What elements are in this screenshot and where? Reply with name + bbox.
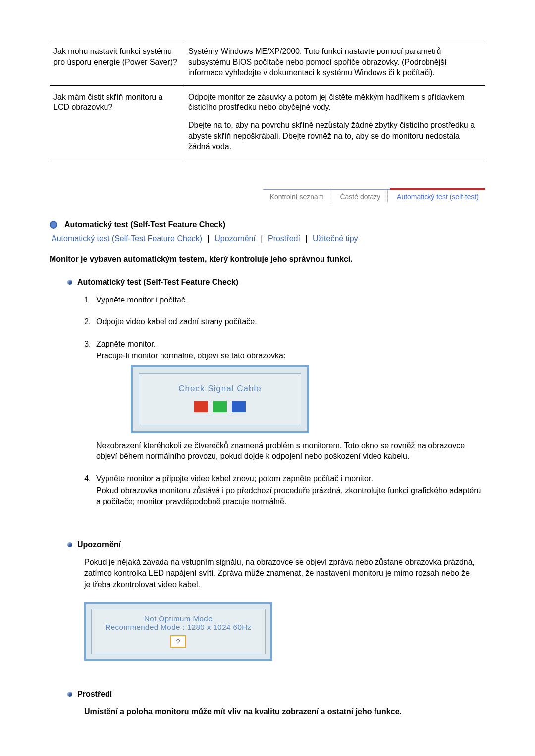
environment-body: Umístění a poloha monitoru může mít vliv… xyxy=(84,706,485,717)
nav-selftest[interactable]: Automatický test (Self-Test Feature Chec… xyxy=(52,234,202,243)
answer-cell: Odpojte monitor ze zásuvky a potom jej č… xyxy=(184,85,486,159)
help-button[interactable]: ? xyxy=(170,635,187,648)
blue-square-icon xyxy=(232,401,246,412)
answer-cell: Systémy Windows ME/XP/2000: Tuto funkci … xyxy=(184,40,486,86)
subheading-selftest: Automatický test (Self-Test Feature Chec… xyxy=(67,278,485,287)
table-row: Jak mohu nastavit funkci systému pro úsp… xyxy=(50,40,485,86)
bullet-icon xyxy=(67,542,72,547)
tab-faq[interactable]: Časté dotazy xyxy=(333,190,388,202)
intro-text: Monitor je vybaven automatickým testem, … xyxy=(50,255,485,264)
bullet-icon xyxy=(67,280,72,285)
subheading-label: Upozornění xyxy=(77,540,121,549)
green-square-icon xyxy=(213,401,227,412)
subheading-label: Prostředí xyxy=(77,690,112,699)
step-subtext: Pokud obrazovka monitoru zůstává i po př… xyxy=(96,485,485,507)
separator: | xyxy=(258,234,266,243)
bullet-icon xyxy=(50,221,57,229)
question-cell: Jak mám čistit skříň monitoru a LCD obra… xyxy=(50,85,184,159)
osd-message: Check Signal Cable xyxy=(143,383,297,395)
answer-paragraph: Systémy Windows ME/XP/2000: Tuto funkci … xyxy=(188,46,482,78)
anchor-nav: Automatický test (Self-Test Feature Chec… xyxy=(52,234,485,243)
step-note: Nezobrazení kteréhokoli ze čtverečků zna… xyxy=(96,440,485,462)
step-text: Vypněte monitor a připojte video kabel z… xyxy=(96,474,373,483)
list-item: Vypněte monitor i počítač. xyxy=(93,295,485,305)
section-tabs: Kontrolní seznam Časté dotazy Automatick… xyxy=(50,189,485,202)
tab-selftest[interactable]: Automatický test (self-test) xyxy=(390,188,485,202)
warning-screenshot: Not Optimum Mode Recommended Mode : 1280… xyxy=(84,602,272,661)
list-item: Zapněte monitor. Pracuje-li monitor norm… xyxy=(93,339,485,462)
subheading-warning: Upozornění xyxy=(67,540,485,549)
question-cell: Jak mohu nastavit funkci systému pro úsp… xyxy=(50,40,184,86)
red-square-icon xyxy=(194,401,208,412)
bullet-icon xyxy=(67,692,72,697)
step-text: Zapněte monitor. xyxy=(96,340,156,348)
step-text: Odpojte video kabel od zadní strany počí… xyxy=(96,317,257,326)
steps-list: Vypněte monitor i počítač. Odpojte video… xyxy=(78,295,485,507)
tab-checklist[interactable]: Kontrolní seznam xyxy=(263,190,331,202)
nav-tips[interactable]: Užitečné tipy xyxy=(313,234,358,243)
step-subtext: Pracuje-li monitor normálně, objeví se t… xyxy=(96,351,485,361)
qna-table: Jak mohu nastavit funkci systému pro úsp… xyxy=(50,40,485,159)
selftest-osd-window: Check Signal Cable xyxy=(139,373,301,425)
separator: | xyxy=(302,234,310,243)
separator: | xyxy=(205,234,213,243)
warning-body: Pokud je nějaká závada na vstupním signá… xyxy=(84,557,485,590)
list-item: Odpojte video kabel od zadní strany počí… xyxy=(93,316,485,327)
list-item: Vypněte monitor a připojte video kabel z… xyxy=(93,473,485,507)
step-text: Vypněte monitor i počítač. xyxy=(96,296,187,304)
nav-warning[interactable]: Upozornění xyxy=(214,234,256,243)
selftest-screenshot: Check Signal Cable xyxy=(131,365,309,433)
answer-paragraph: Dbejte na to, aby na povrchu skříně nezů… xyxy=(188,120,482,152)
warning-osd-window: Not Optimum Mode Recommended Mode : 1280… xyxy=(91,609,266,654)
page-title: Automatický test (Self-Test Feature Chec… xyxy=(64,220,225,229)
table-row: Jak mám čistit skříň monitoru a LCD obra… xyxy=(50,85,485,159)
subheading-label: Automatický test (Self-Test Feature Chec… xyxy=(77,278,238,287)
subheading-environment: Prostředí xyxy=(67,690,485,699)
answer-paragraph: Odpojte monitor ze zásuvky a potom jej č… xyxy=(188,92,482,113)
osd-line-1: Not Optimum Mode xyxy=(95,614,262,623)
osd-line-2: Recommended Mode : 1280 x 1024 60Hz xyxy=(95,623,262,631)
nav-environment[interactable]: Prostředí xyxy=(268,234,300,243)
color-squares xyxy=(143,401,297,416)
page-title-row: Automatický test (Self-Test Feature Chec… xyxy=(50,220,485,229)
